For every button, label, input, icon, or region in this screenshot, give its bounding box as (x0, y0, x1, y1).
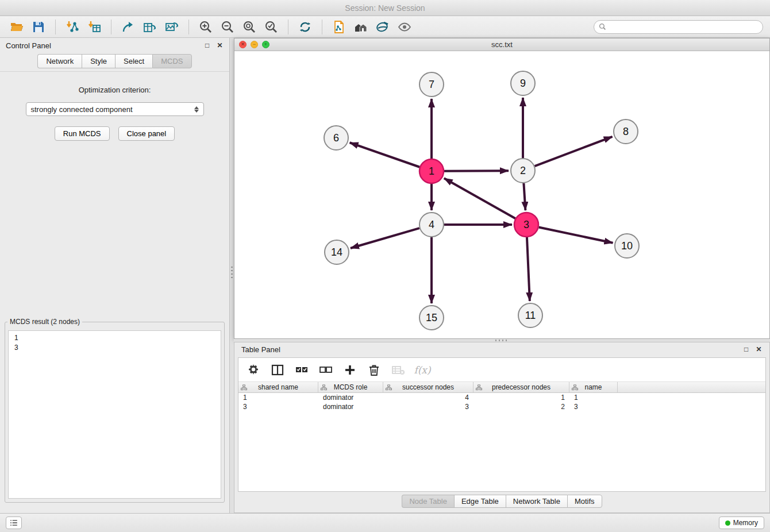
graph-edge-1-2[interactable] (444, 171, 509, 171)
column-header-successor-nodes[interactable]: successor nodes (383, 382, 473, 392)
tab-motifs[interactable]: Motifs (567, 495, 602, 508)
home-button[interactable] (351, 18, 371, 36)
toolbar-search[interactable] (594, 20, 763, 34)
network-canvas-container[interactable]: 7968124314101511 (234, 51, 769, 338)
close-window-icon[interactable]: ✕ (239, 41, 247, 48)
float-panel-icon[interactable]: □ (203, 42, 211, 49)
show-columns-button[interactable] (270, 362, 286, 378)
criterion-dropdown[interactable]: strongly connected component (26, 102, 204, 116)
tab-network-table[interactable]: Network Table (506, 495, 567, 508)
vertical-splitter[interactable] (230, 38, 234, 513)
float-panel-icon[interactable]: □ (742, 346, 750, 353)
minimize-window-icon[interactable]: − (251, 41, 258, 48)
import-table-button[interactable] (84, 18, 104, 36)
graph-node-7[interactable]: 7 (419, 72, 444, 97)
zoom-out-button[interactable] (218, 18, 237, 36)
table-row[interactable]: 1dominator411 (238, 393, 765, 402)
graph-node-15[interactable]: 15 (419, 306, 444, 330)
graph-node-14[interactable]: 14 (325, 240, 349, 264)
control-panel-title: Control Panel (6, 41, 51, 50)
graph-edge-3-1[interactable] (444, 178, 515, 218)
show-panels-button[interactable] (6, 516, 22, 529)
tab-select[interactable]: Select (115, 54, 152, 68)
tab-style[interactable]: Style (82, 54, 115, 68)
graph-node-10[interactable]: 10 (615, 234, 639, 258)
window-titlebar[interactable]: Session: New Session (0, 0, 770, 16)
network-graph-canvas[interactable]: 7968124314101511 (234, 51, 769, 338)
graph-node-1[interactable]: 1 (419, 159, 444, 183)
select-all-columns-button[interactable] (294, 362, 310, 378)
tab-edge-table[interactable]: Edge Table (454, 495, 506, 508)
column-header-predecessor-nodes[interactable]: predecessor nodes (473, 382, 569, 392)
table-cell[interactable]: 4 (383, 393, 473, 402)
create-column-button[interactable] (342, 362, 358, 378)
tab-mcds[interactable]: MCDS (152, 54, 191, 68)
save-session-button[interactable] (29, 18, 48, 36)
delete-column-button[interactable] (366, 362, 382, 378)
table-cell[interactable]: 2 (473, 402, 569, 411)
refresh-layout-button[interactable] (295, 18, 315, 36)
graph-edge-3-11[interactable] (527, 237, 530, 301)
graph-edge-4-14[interactable] (351, 228, 419, 248)
memory-status-icon (725, 521, 730, 526)
graph-node-3[interactable]: 3 (514, 213, 538, 237)
refresh-layout-icon (298, 20, 312, 34)
export-image-icon (165, 20, 179, 34)
graph-node-8[interactable]: 8 (614, 119, 638, 144)
graph-edge-2-8[interactable] (535, 137, 613, 166)
svg-text:15: 15 (426, 312, 437, 323)
export-image-button[interactable] (162, 18, 182, 36)
table-cell[interactable]: 3 (383, 402, 473, 411)
export-network-button[interactable] (118, 18, 138, 36)
table-cell[interactable]: 3 (238, 402, 318, 411)
clipboard-network-button[interactable] (329, 18, 349, 36)
network-view-window: ✕ − + scc.txt 7968124314101511 (234, 38, 770, 339)
tab-network[interactable]: Network (37, 54, 82, 68)
graph-edge-1-6[interactable] (350, 142, 420, 167)
graph-edge-2-3[interactable] (523, 183, 525, 210)
table-settings-button[interactable] (245, 362, 261, 378)
import-network-button[interactable] (63, 18, 82, 36)
search-input[interactable] (609, 23, 758, 31)
column-header-shared-name[interactable]: shared name (238, 382, 318, 392)
graph-node-11[interactable]: 11 (518, 303, 542, 327)
graph-node-4[interactable]: 4 (419, 213, 444, 237)
graph-edge-3-10[interactable] (539, 228, 613, 243)
table-row[interactable]: 3dominator323 (238, 402, 765, 411)
column-header-MCDS-role[interactable]: MCDS role (318, 382, 383, 392)
style-brush-button[interactable] (373, 18, 392, 36)
tab-node-table[interactable]: Node Table (402, 495, 454, 508)
memory-button[interactable]: Memory (719, 516, 764, 529)
table-cell[interactable]: 1 (569, 393, 618, 402)
mcds-result-box: MCDS result (2 nodes) 13 (5, 318, 225, 503)
table-cell[interactable]: 1 (238, 393, 318, 402)
unselect-all-columns-button[interactable] (318, 362, 334, 378)
import-table-icon (87, 20, 101, 34)
style-brush-icon (376, 20, 390, 34)
control-panel-header: Control Panel □ ✕ (0, 38, 229, 53)
table-cell[interactable]: 1 (473, 393, 569, 402)
table-cell[interactable]: dominator (318, 402, 383, 411)
zoom-selected-button[interactable] (261, 18, 281, 36)
close-panel-button[interactable]: Close panel (118, 126, 175, 141)
zoom-fit-button[interactable] (240, 18, 259, 36)
eye-button[interactable] (395, 18, 414, 36)
graph-node-2[interactable]: 2 (511, 159, 535, 183)
network-window-titlebar[interactable]: ✕ − + scc.txt (234, 38, 769, 51)
mcds-result-list[interactable]: 13 (8, 330, 221, 499)
table-cell[interactable]: 3 (569, 402, 618, 411)
column-header-name[interactable]: name (569, 382, 618, 392)
maximize-window-icon[interactable]: + (262, 41, 270, 48)
table-cell[interactable]: dominator (318, 393, 383, 402)
close-panel-icon[interactable]: ✕ (216, 42, 224, 49)
close-panel-icon[interactable]: ✕ (755, 346, 763, 353)
export-table-button[interactable] (140, 18, 160, 36)
run-mcds-button[interactable]: Run MCDS (55, 126, 110, 141)
graph-node-6[interactable]: 6 (324, 126, 348, 150)
open-session-button[interactable] (7, 18, 26, 36)
graph-node-9[interactable]: 9 (511, 71, 535, 95)
zoom-in-button[interactable] (196, 18, 215, 36)
mcds-result-value: 1 (14, 333, 215, 343)
table-panel-tabs: Node Table Edge Table Network Table Moti… (234, 495, 769, 508)
columns-icon (271, 363, 284, 377)
